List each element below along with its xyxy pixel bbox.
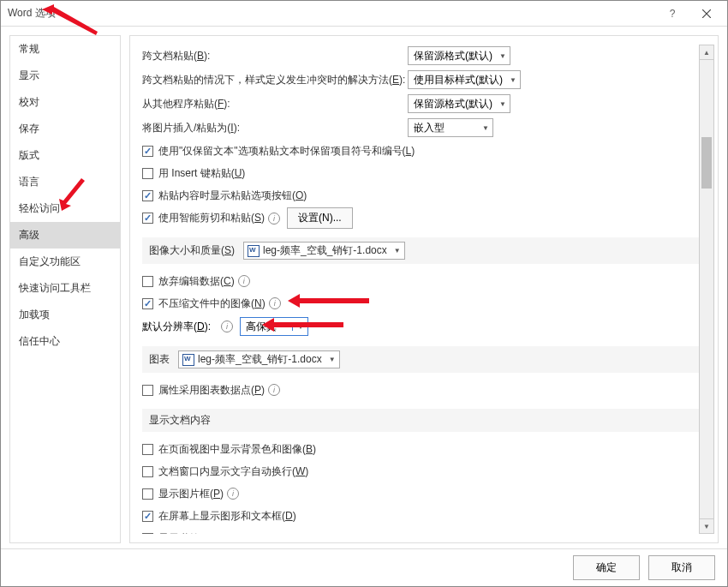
image-quality-doc-dropdown[interactable]: leg-频率_空载_销钉-1.docx▼ <box>243 242 405 260</box>
category-sidebar: 常规显示校对保存版式语言轻松访问高级自定义功能区快速访问工具栏加载项信任中心 <box>9 35 121 543</box>
word-doc-icon <box>248 245 260 257</box>
image-insert-dropdown[interactable]: 嵌入型▼ <box>408 118 493 137</box>
word-options-dialog: Word 选项 ? 常规显示校对保存版式语言轻松访问高级自定义功能区快速访问工具… <box>0 0 728 587</box>
sidebar-item[interactable]: 自定义功能区 <box>10 249 120 275</box>
show-paste-options-checkbox[interactable] <box>142 190 153 201</box>
show-bookmarks-checkbox[interactable] <box>142 533 153 535</box>
sidebar-item[interactable]: 信任中心 <box>10 328 120 355</box>
main-area: 常规显示校对保存版式语言轻松访问高级自定义功能区快速访问工具栏加载项信任中心 跨… <box>1 27 727 548</box>
dialog-title: Word 选项 <box>8 6 655 21</box>
scroll-up-button[interactable]: ▲ <box>699 45 714 60</box>
sidebar-item[interactable]: 轻松访问 <box>10 195 120 222</box>
info-icon[interactable]: i <box>227 488 239 500</box>
chart-header: 图表 leg-频率_空载_销钉-1.docx▼ <box>142 346 699 373</box>
chevron-down-icon: ▼ <box>510 76 516 84</box>
sidebar-item[interactable]: 显示 <box>10 63 120 89</box>
no-compress-images-checkbox[interactable] <box>142 298 153 309</box>
sidebar-item[interactable]: 版式 <box>10 142 120 169</box>
info-icon[interactable]: i <box>268 213 280 225</box>
cancel-button[interactable]: 取消 <box>648 555 715 580</box>
show-placeholder-checkbox[interactable] <box>142 488 153 500</box>
close-icon <box>702 9 711 18</box>
conflict-paste-dropdown[interactable]: 使用目标样式(默认)▼ <box>408 70 521 89</box>
smart-cut-paste-checkbox[interactable] <box>142 213 153 224</box>
word-doc-icon <box>182 354 194 366</box>
insert-key-paste-checkbox[interactable] <box>142 168 153 179</box>
info-icon[interactable]: i <box>221 320 233 332</box>
sidebar-item[interactable]: 校对 <box>10 89 120 116</box>
scroll-down-button[interactable]: ▼ <box>699 518 714 534</box>
settings-button[interactable]: 设置(N)... <box>287 207 353 229</box>
show-drawings-checkbox[interactable] <box>142 511 153 522</box>
chevron-down-icon: ▼ <box>482 124 489 132</box>
sidebar-item[interactable]: 语言 <box>10 169 120 195</box>
chevron-down-icon: ▼ <box>329 356 336 363</box>
sidebar-item[interactable]: 高级 <box>10 222 120 249</box>
info-icon[interactable]: i <box>269 297 281 309</box>
cross-doc-paste-dropdown[interactable]: 保留源格式(默认)▼ <box>408 46 510 65</box>
options-panel: 跨文档粘贴(B): 保留源格式(默认)▼ 跨文档粘贴的情况下，样式定义发生冲突时… <box>129 35 719 543</box>
ok-button[interactable]: 确定 <box>573 555 640 580</box>
keep-bullets-checkbox[interactable] <box>142 146 153 157</box>
chart-datapoint-props-checkbox[interactable] <box>142 385 153 396</box>
image-quality-header: 图像大小和质量(S) leg-频率_空载_销钉-1.docx▼ <box>142 237 699 264</box>
close-button[interactable] <box>689 2 724 26</box>
chevron-down-icon: ▼ <box>499 100 506 108</box>
show-bg-checkbox[interactable] <box>142 444 153 455</box>
chevron-down-icon: ▼ <box>292 323 304 331</box>
chart-doc-dropdown[interactable]: leg-频率_空载_销钉-1.docx▼ <box>178 350 340 368</box>
scroll-track[interactable] <box>699 60 714 518</box>
default-resolution-dropdown[interactable]: 高保真▼ <box>240 317 308 336</box>
chevron-down-icon: ▼ <box>394 247 401 255</box>
discard-edit-data-checkbox[interactable] <box>142 276 153 287</box>
scroll-thumb[interactable] <box>701 137 712 189</box>
display-content-header: 显示文档内容 <box>142 409 699 432</box>
vertical-scrollbar[interactable]: ▲ ▼ <box>699 45 714 534</box>
sidebar-item[interactable]: 保存 <box>10 116 120 142</box>
sidebar-item[interactable]: 快速访问工具栏 <box>10 275 120 302</box>
info-icon[interactable]: i <box>238 275 250 287</box>
sidebar-item[interactable]: 常规 <box>10 36 120 63</box>
wrap-text-checkbox[interactable] <box>142 466 153 477</box>
other-program-paste-dropdown[interactable]: 保留源格式(默认)▼ <box>408 94 510 113</box>
dialog-footer: 确定 取消 <box>1 548 727 586</box>
help-button[interactable]: ? <box>655 2 689 26</box>
titlebar: Word 选项 ? <box>1 1 727 27</box>
sidebar-item[interactable]: 加载项 <box>10 302 120 328</box>
chevron-down-icon: ▼ <box>499 52 506 60</box>
info-icon[interactable]: i <box>268 384 280 396</box>
